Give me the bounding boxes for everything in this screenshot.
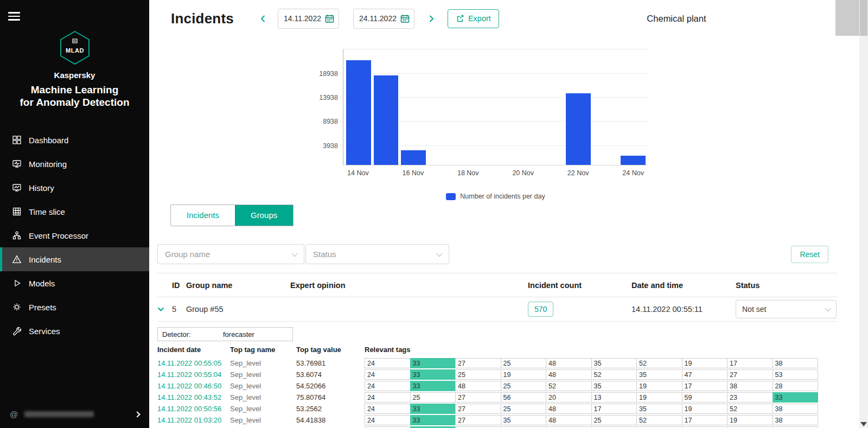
sidebar-item-monitoring[interactable]: Monitoring <box>0 152 149 176</box>
reset-button[interactable]: Reset <box>791 246 828 263</box>
mlad-hexagon-icon: MLAD <box>59 58 91 67</box>
group-datetime: 14.11.2022 00:55:11 <box>631 305 736 314</box>
scroll-down-arrow-icon[interactable] <box>860 422 867 426</box>
tag-cell-highlighted: 33 <box>410 404 456 414</box>
scrollbar[interactable] <box>859 0 868 428</box>
chevron-left-icon[interactable] <box>260 15 266 23</box>
incident-date-link[interactable]: 14.11.2022 01:03:20 <box>157 416 230 424</box>
top-tag-name: Sep_level <box>230 382 296 390</box>
incident-date-link[interactable]: 14.11.2022 00:55:04 <box>157 370 230 379</box>
tag-cell: 27 <box>455 358 501 368</box>
date-from-input[interactable]: 14.11.2022 <box>278 9 339 29</box>
incident-date-link[interactable]: 14.11.2022 00:43:52 <box>157 393 230 401</box>
group-name-select[interactable]: Group name <box>157 244 304 264</box>
hamburger-menu-icon[interactable] <box>8 10 20 23</box>
tag-cell: 52 <box>591 369 637 380</box>
tag-cell: 25 <box>591 415 637 425</box>
detail-row: 14.11.2022 01:03:20Sep_level54.418382433… <box>157 414 818 425</box>
date-to-input[interactable]: 24.11.2022 <box>353 9 414 29</box>
scrollbar-thumb[interactable] <box>860 0 867 36</box>
tag-cell: 17 <box>682 381 728 391</box>
col-header-expert-opinion: Expert opinion <box>290 281 528 290</box>
chart-bar[interactable] <box>374 75 399 165</box>
export-button[interactable]: Export <box>448 9 499 28</box>
tag-cell: 17 <box>727 358 773 368</box>
legend-swatch <box>446 193 456 200</box>
relevant-tags: 24332725483552191738 <box>365 358 818 368</box>
legend-label: Number of incidents per day <box>460 193 545 200</box>
group-id: 5 <box>172 305 186 314</box>
tag-cell: 38 <box>773 415 819 425</box>
tag-cell: 52 <box>546 381 592 391</box>
tag-cell: 27 <box>727 369 773 380</box>
play-icon <box>12 278 22 288</box>
incident-date-link[interactable]: 14.11.2022 00:55:05 <box>157 359 230 367</box>
status-select[interactable]: Not set <box>736 300 837 318</box>
chevron-right-icon[interactable] <box>134 411 140 417</box>
detail-row: 14.11.2022 00:55:04Sep_level53.607424332… <box>157 369 818 380</box>
status-filter-select[interactable]: Status <box>305 244 449 264</box>
tag-cell: 35 <box>636 369 682 380</box>
tag-cell: 24 <box>365 392 411 403</box>
tag-cell: 28 <box>773 381 819 391</box>
sidebar-item-event-processor[interactable]: Event Processor <box>0 223 149 247</box>
tag-cell: 27 <box>455 426 501 428</box>
chart-bar[interactable] <box>401 150 426 165</box>
sidebar-item-presets[interactable]: Presets <box>0 295 149 319</box>
collapse-row-chevron-down-icon[interactable] <box>157 307 164 312</box>
sidebar-item-services[interactable]: Services <box>0 319 149 343</box>
sidebar-item-incidents[interactable]: Incidents <box>0 247 149 271</box>
top-tag-value: 54.41838 <box>296 416 365 424</box>
col-header-top-tag-value: Top tag value <box>296 346 365 355</box>
chevron-right-icon[interactable] <box>429 15 435 23</box>
sidebar-item-dashboard[interactable]: Dashboard <box>0 128 149 152</box>
relevant-tags: 24252756201319592333 <box>365 392 818 403</box>
tag-cell: 48 <box>546 415 592 425</box>
col-header-incident-count: Incident count <box>528 281 631 290</box>
tag-cell: 25 <box>501 358 547 368</box>
user-account[interactable]: @ <box>0 400 149 428</box>
tag-cell: 24 <box>365 415 411 425</box>
tag-cell: 48 <box>546 369 592 380</box>
incident-count-badge[interactable]: 570 <box>528 302 553 317</box>
top-tag-value: 53.6074 <box>296 370 365 379</box>
detail-table-header: Incident date Top tag name Top tag value… <box>157 346 818 355</box>
incident-date-link[interactable]: 14.11.2022 00:50:56 <box>157 405 230 413</box>
relevant-tags: 24334825523519173828 <box>365 381 818 391</box>
sidebar-item-time-slice[interactable]: Time slice <box>0 200 149 223</box>
incidents-chart-section: 393889381393818938 14 Nov16 Nov18 Nov20 … <box>149 49 859 200</box>
sidebar-item-label: Models <box>29 279 55 288</box>
tag-cell: 52 <box>636 415 682 425</box>
top-tag-name: Sep_level <box>230 370 296 379</box>
app-title: Machine Learning for Anomaly Detection <box>0 84 149 108</box>
filters-row: Group name Status Reset <box>157 244 859 264</box>
relevant-tags: 24332519485235472753 <box>365 369 818 380</box>
wrench-icon <box>12 326 22 336</box>
sidebar-item-label: Time slice <box>29 207 65 216</box>
tag-cell: 19 <box>727 415 773 425</box>
incident-date-link[interactable]: 14.11.2022 00:46:50 <box>157 382 230 390</box>
chart-bar[interactable] <box>346 60 371 165</box>
group-row[interactable]: 5 Group #55 570 14.11.2022 00:55:11 Not … <box>157 297 838 322</box>
status-value: Not set <box>742 305 766 314</box>
history-chart-icon <box>12 183 22 193</box>
chart-bar[interactable] <box>621 156 646 165</box>
calendar-icon[interactable] <box>400 14 410 23</box>
tag-cell: 48 <box>455 381 501 391</box>
detail-rows: 14.11.2022 00:55:05Sep_level53.769812433… <box>157 357 818 428</box>
page-title: Incidents <box>171 10 234 27</box>
page-background-gutter <box>835 0 859 36</box>
top-tag-name: Sep_level <box>230 405 296 413</box>
calendar-icon[interactable] <box>325 14 334 23</box>
tab-groups[interactable]: Groups <box>235 205 293 226</box>
time-slice-grid-icon <box>12 207 22 216</box>
sidebar-item-models[interactable]: Models <box>0 271 149 295</box>
chart-xtick-label: 22 Nov <box>567 169 589 177</box>
col-header-status: Status <box>736 281 838 290</box>
tab-incidents[interactable]: Incidents <box>171 205 235 226</box>
sidebar-item-history[interactable]: History <box>0 176 149 200</box>
status-placeholder: Status <box>313 250 336 259</box>
chart-bar[interactable] <box>566 93 591 165</box>
top-tag-value: 53.2562 <box>296 405 365 413</box>
tag-cell: 52 <box>636 358 682 368</box>
